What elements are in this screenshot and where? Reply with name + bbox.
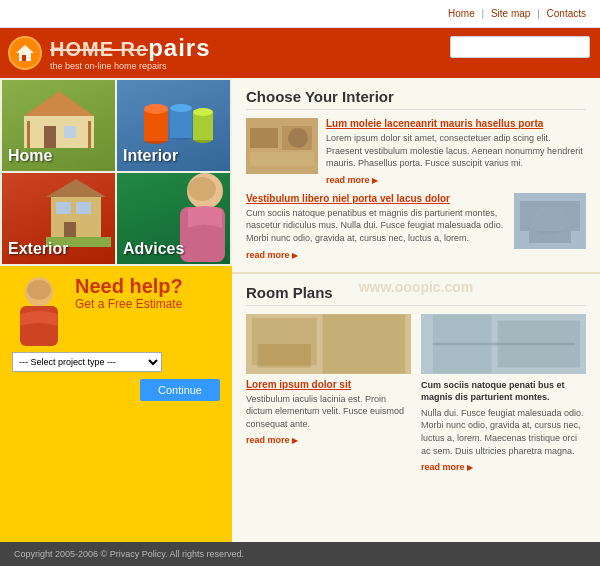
article-2-text: Cum sociis natoque penatibus et magnis d…: [246, 207, 506, 245]
sidebar-home-label: Home: [8, 147, 52, 165]
article-2-thumbnail: [514, 193, 586, 249]
sidebar-exterior-label: Exterior: [8, 240, 68, 258]
svg-rect-1: [22, 55, 26, 61]
svg-rect-12: [170, 108, 192, 138]
room-thumb-1-img: [246, 314, 411, 374]
read-more-arrow-1: ▶: [370, 176, 378, 185]
svg-rect-5: [64, 126, 76, 138]
logo-icon: [8, 36, 42, 70]
room-thumb-2-img: [421, 314, 586, 374]
exterior-thumb-img: [46, 177, 111, 247]
main-layout: Home: [0, 78, 600, 542]
svg-rect-6: [27, 121, 30, 148]
svg-rect-19: [76, 202, 91, 214]
room-plans-grid: Lorem ipsum dolor sit Vestibulum iaculis…: [246, 314, 586, 473]
sidebar-item-interior[interactable]: Interior: [117, 80, 230, 171]
room-read-more-1[interactable]: read more: [246, 435, 290, 445]
svg-marker-21: [46, 179, 106, 197]
read-more-arrow-3: ▶: [290, 436, 298, 445]
room-col-2: Cum sociis natoque penati bus et magnis …: [421, 314, 586, 473]
need-help-section: Need help? Get a Free Estimate --- Selec…: [0, 266, 232, 542]
svg-point-16: [193, 108, 213, 116]
svg-rect-2: [24, 116, 94, 148]
svg-rect-37: [529, 231, 571, 243]
sidebar-advices-label: Advices: [123, 240, 184, 258]
continue-button[interactable]: Continue: [140, 379, 220, 401]
svg-rect-32: [250, 152, 314, 166]
logo-title: HOME Repairs: [50, 36, 211, 60]
footer: Copyright 2005-2006 © Privacy Policy. Al…: [0, 542, 600, 566]
svg-rect-30: [250, 128, 278, 148]
header: Home | Site map | Contacts: [0, 0, 600, 28]
logo-subtitle: the best on-line home repairs: [50, 61, 211, 71]
nav-sitemap-link[interactable]: Site map: [491, 8, 530, 19]
read-more-arrow-4: ▶: [465, 463, 473, 472]
need-help-title-line1: Need help?: [75, 276, 220, 297]
svg-rect-4: [44, 126, 56, 148]
house-illustration: [19, 86, 99, 151]
need-help-person-icon: [12, 276, 67, 346]
article-2-read-more[interactable]: read more: [246, 250, 290, 260]
project-type-select[interactable]: --- Select project type ---KitchenBathro…: [12, 352, 162, 372]
svg-point-13: [170, 104, 192, 112]
content-area: www.ooopic.com Choose Your Interior Lum …: [232, 78, 600, 542]
sidebar-item-exterior[interactable]: Exterior: [2, 173, 115, 264]
article-2-link[interactable]: Vestibulum libero niel porta vel lacus d…: [246, 193, 506, 204]
sidebar-item-advices[interactable]: Advices: [117, 173, 230, 264]
footer-text: Copyright 2005-2006 © Privacy Policy. Al…: [14, 549, 244, 559]
exterior-illustration: [46, 177, 111, 247]
select-row: --- Select project type ---KitchenBathro…: [12, 352, 220, 372]
article-1-read-more[interactable]: read more: [326, 175, 370, 185]
section-room-plans: Room Plans Lorem ipsum dolor sit Vestibu…: [232, 274, 600, 481]
svg-point-28: [27, 280, 51, 300]
need-help-person: [12, 276, 67, 346]
article-row-1: Lum moleie laceneanrit mauris hasellus p…: [246, 118, 586, 185]
sidebar-interior-label: Interior: [123, 147, 178, 165]
logo-house-icon: [15, 43, 35, 63]
logo-text-area: HOME Repairs the best on-line home repai…: [50, 36, 211, 71]
svg-rect-41: [258, 344, 311, 368]
section-room-plans-title: Room Plans: [246, 284, 586, 306]
article-row-2: Vestibulum libero niel porta vel lacus d…: [246, 193, 586, 260]
home-thumb-img: [2, 86, 115, 151]
room-text-2: Nulla dui. Fusce feugiat malesuada odio.…: [421, 407, 586, 457]
article-1-text: Lorem ipsum dolor sit amet, consectetuer…: [326, 132, 586, 170]
svg-point-10: [144, 104, 168, 114]
nav-sep-1: |: [482, 8, 485, 19]
svg-rect-15: [193, 112, 213, 140]
paint-cans-illustration: [131, 84, 216, 154]
header-nav: Home | Site map | Contacts: [448, 8, 586, 19]
room-thumb-1: [246, 314, 411, 374]
need-help-text-area: Need help? Get a Free Estimate: [75, 276, 220, 317]
svg-point-33: [288, 128, 308, 148]
sidebar-item-home[interactable]: Home: [2, 80, 115, 171]
section-interior-title: Choose Your Interior: [246, 88, 586, 110]
svg-rect-18: [56, 202, 71, 214]
interior-thumb-img: [117, 84, 230, 154]
article-1-thumbnail: [246, 118, 318, 174]
room-read-more-2[interactable]: read more: [421, 462, 465, 472]
need-help-content: Need help? Get a Free Estimate: [12, 276, 220, 346]
nav-sep-2: |: [537, 8, 540, 19]
logo-bar: HOME Repairs the best on-line home repai…: [0, 28, 600, 78]
logo-title-strikethrough: HOME Re: [50, 38, 148, 60]
svg-rect-40: [323, 314, 406, 373]
nav-home-link[interactable]: Home: [448, 8, 475, 19]
article-1-link[interactable]: Lum moleie laceneanrit mauris hasellus p…: [326, 118, 586, 129]
svg-point-25: [188, 177, 216, 201]
need-help-controls: --- Select project type ---KitchenBathro…: [12, 352, 220, 401]
section-interior: Choose Your Interior Lum moleie lacenean…: [232, 78, 600, 274]
nav-contacts-link[interactable]: Contacts: [547, 8, 586, 19]
logo-title-main: pairs: [148, 34, 210, 61]
svg-point-36: [532, 207, 568, 235]
nav-grid: Home: [0, 78, 232, 266]
room-text-1: Vestibulum iaculis lacinia est. Proin di…: [246, 393, 411, 431]
search-box: [450, 36, 590, 58]
room-title-2: Cum sociis natoque penati bus et magnis …: [421, 379, 586, 404]
svg-marker-3: [24, 91, 94, 116]
article-content-1: Lum moleie laceneanrit mauris hasellus p…: [326, 118, 586, 185]
sidebar: Home: [0, 78, 232, 542]
room-link-1[interactable]: Lorem ipsum dolor sit: [246, 379, 411, 390]
article-content-2: Vestibulum libero niel porta vel lacus d…: [246, 193, 506, 260]
room-col-1: Lorem ipsum dolor sit Vestibulum iaculis…: [246, 314, 411, 473]
